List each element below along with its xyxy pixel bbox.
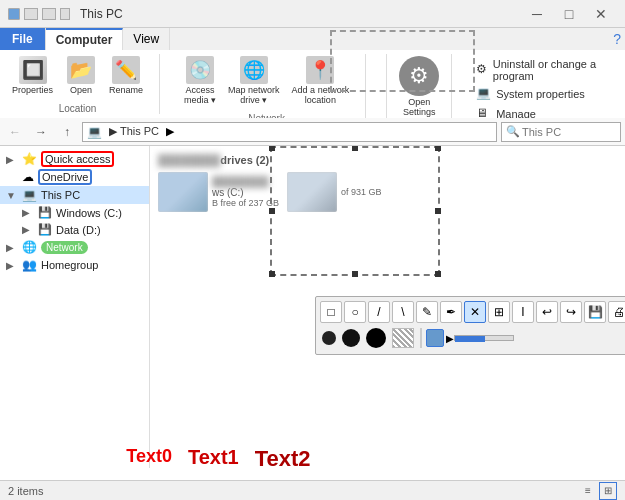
open-button[interactable]: 📂 Open [61, 54, 101, 97]
draw-dot-large[interactable] [366, 328, 386, 348]
maximize-button[interactable]: □ [553, 0, 585, 28]
draw-arrow-btn[interactable]: \ [392, 301, 414, 323]
map-network-button[interactable]: 🌐 Map networkdrive ▾ [224, 54, 284, 107]
sidebar-item-network[interactable]: ▶ 🌐 Network [0, 238, 149, 256]
handle-bm [352, 271, 358, 277]
network-toggle: ▶ [6, 242, 18, 253]
access-media-button[interactable]: 💿 Accessmedia ▾ [180, 54, 220, 107]
draw-print-btn[interactable]: 🖨 [608, 301, 625, 323]
draw-ellipse-btn[interactable]: ○ [344, 301, 366, 323]
draw-dot-small[interactable] [322, 331, 336, 345]
uninstall-link[interactable]: ⚙ Uninstall or change a program [476, 58, 609, 82]
draw-row-1: □ ○ / \ ✎ ✒ ✕ ⊞ I ↩ ↪ 💾 🖨 ✓ [320, 301, 625, 323]
text0-label: Text0 [126, 446, 172, 472]
details-view-btn[interactable]: ≡ [579, 482, 597, 500]
system-props-link[interactable]: 💻 System properties [476, 86, 609, 102]
help-icon[interactable]: ? [613, 31, 621, 47]
open-settings-label: OpenSettings [403, 97, 436, 117]
onedrive-icon: ☁ [22, 170, 34, 184]
sidebar-item-quick-access[interactable]: ▶ ⭐ Quick access [0, 150, 149, 168]
title-bar-left: This PC [8, 7, 123, 21]
title-bar: This PC ─ □ ✕ [0, 0, 625, 28]
draw-text-btn[interactable]: I [512, 301, 534, 323]
draw-highlight-btn[interactable]: ✕ [464, 301, 486, 323]
main-area: ▶ ⭐ Quick access ☁ OneDrive ▼ 💻 This PC … [0, 146, 625, 468]
draw-line-btn[interactable]: / [368, 301, 390, 323]
sidebar-item-data-d[interactable]: ▶ 💾 Data (D:) [0, 221, 149, 238]
draw-grid-btn[interactable]: ⊞ [488, 301, 510, 323]
this-pc-icon: 💻 [22, 188, 37, 202]
windows-drive-name-blurred: ████████ [212, 176, 279, 187]
uninstall-icon: ⚙ [476, 62, 489, 78]
sidebar-item-this-pc[interactable]: ▼ 💻 This PC [0, 186, 149, 204]
back-button[interactable]: ← [4, 121, 26, 143]
breadcrumb-icon: 💻 [87, 125, 102, 139]
network-group-label: Network [248, 113, 285, 118]
quick-access-label: Quick access [41, 153, 114, 165]
properties-label: Properties [12, 85, 53, 95]
draw-slider[interactable] [454, 335, 514, 341]
ribbon-right-panel: ⚙ Uninstall or change a program 💻 System… [468, 54, 617, 118]
tab-computer[interactable]: Computer [46, 28, 124, 50]
draw-hatch-btn[interactable] [392, 328, 414, 348]
drives-blurred: ████████ [158, 154, 220, 166]
open-settings-group: ⚙ OpenSettings [386, 54, 452, 118]
draw-color-select[interactable] [426, 329, 444, 347]
ribbon-content: 🔲 Properties 📂 Open ✏️ Rename Location 💿… [0, 50, 625, 118]
large-icons-view-btn[interactable]: ⊞ [599, 482, 617, 500]
text2-label: Text2 [255, 446, 311, 472]
properties-icon: 🔲 [19, 56, 47, 84]
sidebar-item-windows-c[interactable]: ▶ 💾 Windows (C:) [0, 204, 149, 221]
add-network-button[interactable]: 📍 Add a networklocation [288, 54, 354, 107]
this-pc-label: This PC [41, 189, 80, 201]
minimize-button[interactable]: ─ [521, 0, 553, 28]
forward-button[interactable]: → [30, 121, 52, 143]
rename-label: Rename [109, 85, 143, 95]
rename-button[interactable]: ✏️ Rename [105, 54, 147, 97]
address-bar: ← → ↑ 💻 ▶ This PC ▶ 🔍 [0, 118, 625, 146]
settings-gear-icon: ⚙ [399, 56, 439, 96]
draw-pen-btn[interactable]: ✒ [440, 301, 462, 323]
item-count: 2 items [8, 485, 43, 497]
properties-button[interactable]: 🔲 Properties [8, 54, 57, 97]
up-button[interactable]: ↑ [56, 121, 78, 143]
breadcrumb-this-pc[interactable]: ▶ This PC [106, 125, 159, 138]
tab-view[interactable]: View [123, 28, 170, 50]
uninstall-label: Uninstall or change a program [493, 58, 609, 82]
windows-drive-free: B free of 237 GB [212, 198, 279, 208]
close-button[interactable]: ✕ [585, 0, 617, 28]
system-props-icon: 💻 [476, 86, 492, 102]
network-icon: 🌐 [22, 240, 37, 254]
manage-link[interactable]: 🖥 Manage [476, 106, 609, 118]
draw-undo-btn[interactable]: ↩ [536, 301, 558, 323]
windows-drive-thumb [158, 172, 208, 212]
draw-rect-btn[interactable]: □ [320, 301, 342, 323]
ribbon-group-location: 🔲 Properties 📂 Open ✏️ Rename Location [8, 54, 160, 114]
draw-dot-medium[interactable] [342, 329, 360, 347]
draw-redo-btn[interactable]: ↪ [560, 301, 582, 323]
location-buttons: 🔲 Properties 📂 Open ✏️ Rename [8, 54, 147, 97]
tab-file[interactable]: File [0, 28, 46, 50]
draw-row-2: ▶ [320, 326, 625, 350]
search-input[interactable] [522, 126, 602, 138]
sidebar: ▶ ⭐ Quick access ☁ OneDrive ▼ 💻 This PC … [0, 146, 150, 468]
drive-item-windows[interactable]: ████████ ws (C:) B free of 237 GB [158, 172, 279, 212]
data-d-icon: 💾 [38, 223, 52, 236]
sidebar-item-onedrive[interactable]: ☁ OneDrive [0, 168, 149, 186]
draw-save-btn[interactable]: 💾 [584, 301, 606, 323]
bottom-texts: Text0 Text1 Text2 [126, 446, 310, 472]
draw-pencil-btn[interactable]: ✎ [416, 301, 438, 323]
title-bar-pin [60, 8, 70, 20]
add-network-label: Add a networklocation [292, 85, 350, 105]
draw-slider-fill [455, 336, 485, 342]
search-box[interactable]: 🔍 [501, 122, 621, 142]
handle-tl [269, 146, 275, 151]
address-input[interactable]: 💻 ▶ This PC ▶ [82, 122, 497, 142]
onedrive-label: OneDrive [38, 171, 92, 183]
handle-br [435, 271, 441, 277]
drive-item-other[interactable]: of 931 GB [287, 172, 382, 212]
other-drive-thumb [287, 172, 337, 212]
homegroup-icon: 👥 [22, 258, 37, 272]
open-settings-button[interactable]: ⚙ OpenSettings [395, 54, 443, 118]
sidebar-item-homegroup[interactable]: ▶ 👥 Homegroup [0, 256, 149, 274]
